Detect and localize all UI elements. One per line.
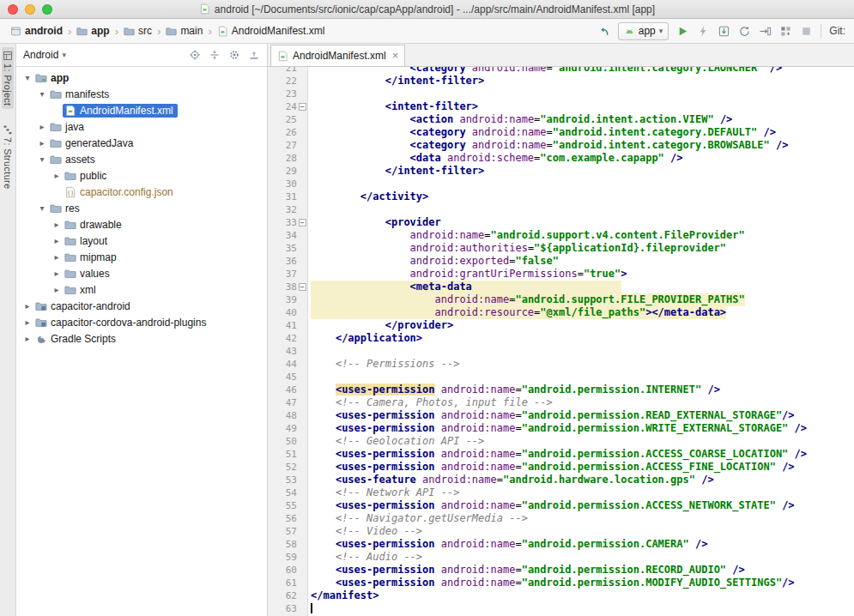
code-line[interactable]	[308, 178, 854, 190]
code-line[interactable]: </activity>	[308, 190, 854, 203]
code-line[interactable]	[308, 345, 854, 358]
code-line[interactable]: <uses-permission android:name="android.p…	[308, 538, 854, 551]
chevron-collapsed-icon[interactable]: ▸	[21, 301, 33, 311]
code-line[interactable]: android:grantUriPermissions="true">	[308, 268, 854, 281]
code-line[interactable]: </provider>	[308, 319, 854, 332]
code-line[interactable]: <!-- Video -->	[308, 525, 854, 538]
code-line[interactable]: <category android:name="android.intent.c…	[308, 67, 854, 75]
sdk-manager-button[interactable]	[779, 25, 792, 38]
code-line[interactable]: <!-- Camera, Photos, input file -->	[308, 396, 854, 409]
tree-item[interactable]: ▸values	[16, 265, 267, 281]
tree-item[interactable]: ▸drawable	[16, 216, 267, 233]
code-line[interactable]: <category android:name="android.intent.c…	[308, 139, 854, 152]
tab-androidmanifest[interactable]: AndroidManifest.xml ×	[270, 45, 405, 66]
code-line[interactable]: <meta-data	[308, 281, 854, 293]
tree-item[interactable]: ▸Gradle Scripts	[16, 330, 267, 347]
tree-item[interactable]: ▸mipmap	[16, 249, 267, 265]
tree-item[interactable]: ▾manifests	[16, 86, 267, 102]
tree-item[interactable]: ▸layout	[16, 233, 267, 249]
chevron-collapsed-icon[interactable]: ▸	[36, 138, 48, 148]
fold-marker-icon[interactable]: −	[299, 283, 306, 291]
code-line[interactable]: <!-- Network API -->	[308, 486, 854, 499]
chevron-collapsed-icon[interactable]: ▸	[51, 285, 63, 294]
hide-panel-icon[interactable]	[248, 49, 260, 61]
tool-strip-structure-button[interactable]: 7: Structure	[2, 121, 14, 192]
code-line[interactable]: <uses-permission android:name="android.p…	[308, 448, 854, 461]
settings-gear-icon[interactable]	[228, 49, 240, 61]
chevron-expanded-icon[interactable]: ▾	[36, 203, 48, 213]
breadcrumb-item[interactable]: src	[120, 24, 155, 38]
chevron-collapsed-icon[interactable]: ▸	[51, 171, 63, 180]
code-line[interactable]: <data android:scheme="com.example.capapp…	[308, 152, 854, 165]
fold-marker-icon[interactable]: −	[299, 219, 306, 226]
code-line[interactable]: </application>	[308, 332, 854, 345]
project-view-selector[interactable]: Android ▾	[23, 49, 66, 61]
locate-file-icon[interactable]	[189, 49, 201, 61]
code-line[interactable]: <action android:name="android.intent.act…	[308, 113, 854, 126]
run-button[interactable]	[676, 25, 689, 38]
navigate-back-icon[interactable]	[597, 25, 610, 38]
code-line[interactable]: android:authorities="${applicationId}.fi…	[308, 242, 854, 255]
sync-gradle-button[interactable]	[738, 25, 751, 38]
collapse-all-icon[interactable]	[209, 49, 221, 61]
breadcrumb-item[interactable]: app	[73, 24, 112, 38]
code-line[interactable]: <!-- Audio -->	[308, 551, 854, 564]
chevron-expanded-icon[interactable]: ▾	[36, 89, 48, 99]
code-line[interactable]: android:exported="false"	[308, 255, 854, 268]
code-line[interactable]: <uses-permission android:name="android.p…	[308, 409, 854, 422]
tree-item[interactable]: {}capacitor.config.json	[16, 184, 267, 200]
apply-changes-button[interactable]	[697, 25, 710, 38]
code-line[interactable]: android:name="android.support.v4.content…	[308, 229, 854, 242]
breadcrumb-item[interactable]: android	[7, 24, 66, 38]
code-line[interactable]: <uses-permission android:name="android.p…	[308, 461, 854, 474]
tree-item[interactable]: AndroidManifest.xml	[16, 102, 267, 118]
code-line[interactable]	[308, 602, 854, 615]
chevron-expanded-icon[interactable]: ▾	[21, 73, 33, 82]
tree-item[interactable]: ▸capacitor-android	[16, 298, 267, 314]
code-line[interactable]: <!-- Permissions -->	[308, 358, 854, 371]
breadcrumb-item[interactable]: main	[162, 24, 206, 38]
tree-item[interactable]: ▸public	[16, 167, 267, 184]
code-line[interactable]: </manifest>	[308, 589, 854, 602]
code-line[interactable]: <!-- Geolocation API -->	[308, 435, 854, 448]
code-line[interactable]: <intent-filter>	[308, 100, 854, 113]
chevron-collapsed-icon[interactable]: ▸	[51, 252, 63, 262]
code-line[interactable]: </intent-filter>	[308, 165, 854, 178]
code-line[interactable]: <category android:name="android.intent.c…	[308, 126, 854, 139]
tree-item[interactable]: ▸capacitor-cordova-android-plugins	[16, 314, 267, 330]
code-area[interactable]: <category android:name="android.intent.c…	[308, 67, 854, 616]
code-line[interactable]: <uses-feature android:name="android.hard…	[308, 474, 854, 486]
breadcrumb-item[interactable]: AndroidManifest.xml	[214, 24, 329, 38]
stop-button[interactable]	[800, 25, 813, 38]
chevron-collapsed-icon[interactable]: ▸	[21, 334, 33, 343]
code-line[interactable]	[308, 371, 854, 383]
chevron-collapsed-icon[interactable]: ▸	[51, 236, 63, 245]
zoom-window-button[interactable]	[42, 4, 52, 15]
code-line[interactable]	[308, 203, 854, 216]
code-line[interactable]: <uses-permission android:name="android.p…	[308, 422, 854, 435]
fold-marker-icon[interactable]: −	[299, 103, 306, 111]
run-config-select[interactable]: app ▾	[618, 22, 669, 40]
tree-item[interactable]: ▾app	[16, 69, 267, 86]
code-line[interactable]: <uses-permission android:name="android.p…	[308, 499, 854, 512]
code-line[interactable]: <!-- Navigator.getUserMedia -->	[308, 512, 854, 525]
chevron-collapsed-icon[interactable]: ▸	[51, 269, 63, 278]
tool-strip-project-button[interactable]: 1: Project	[2, 47, 14, 109]
chevron-expanded-icon[interactable]: ▾	[36, 154, 48, 164]
chevron-collapsed-icon[interactable]: ▸	[51, 220, 63, 229]
code-line[interactable]: <uses-permission android:name="android.p…	[308, 564, 854, 577]
chevron-collapsed-icon[interactable]: ▸	[36, 122, 48, 131]
close-tab-icon[interactable]: ×	[391, 51, 399, 60]
attach-debugger-button[interactable]	[759, 25, 772, 38]
chevron-collapsed-icon[interactable]: ▸	[21, 317, 33, 327]
code-line[interactable]: android:resource="@xml/file_paths"></met…	[308, 306, 854, 319]
tree-item[interactable]: ▸generatedJava	[16, 135, 267, 151]
code-line[interactable]: <uses-permission android:name="android.p…	[308, 383, 854, 396]
tree-item[interactable]: ▾assets	[16, 151, 267, 167]
code-line[interactable]: android:name="android.support.FILE_PROVI…	[308, 293, 854, 306]
tree-item[interactable]: ▸xml	[16, 281, 267, 298]
code-line[interactable]	[308, 88, 854, 100]
code-line[interactable]: </intent-filter>	[308, 75, 854, 88]
code-line[interactable]: <uses-permission android:name="android.p…	[308, 577, 854, 589]
code-line[interactable]: <provider	[308, 216, 854, 229]
